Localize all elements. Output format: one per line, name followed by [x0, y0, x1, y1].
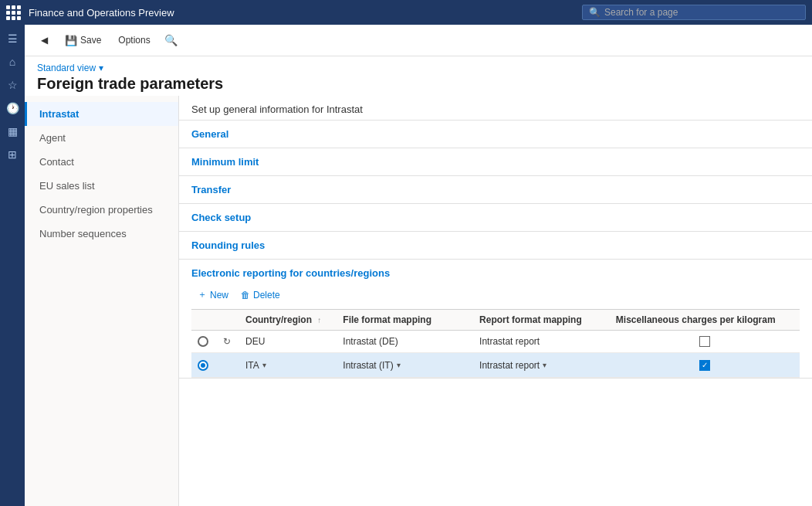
options-button[interactable]: Options: [111, 31, 157, 49]
cell-misc-ita[interactable]: ✓: [610, 353, 800, 378]
search-input[interactable]: [604, 7, 790, 18]
save-icon: 💾: [65, 35, 77, 46]
col-header-refresh: [215, 310, 239, 331]
chevron-down-icon: ▾: [99, 63, 103, 73]
app-grid-icon[interactable]: [6, 5, 21, 20]
toolbar-search-button[interactable]: 🔍: [161, 29, 182, 51]
section-general[interactable]: General: [179, 121, 812, 148]
row-radio-deu[interactable]: [198, 336, 208, 347]
table-toolbar: ＋ New 🗑 Delete: [191, 285, 800, 304]
section-transfer[interactable]: Transfer: [179, 176, 812, 204]
col-header-radio: [191, 310, 215, 331]
delete-button[interactable]: 🗑 Delete: [235, 287, 286, 304]
sidebar-item-number-sequences[interactable]: Number sequences: [25, 222, 178, 246]
standard-view-selector[interactable]: Standard view ▾: [37, 63, 800, 73]
col-header-misc: Miscellaneous charges per kilogram: [610, 310, 800, 331]
page-header: Standard view ▾ Foreign trade parameters: [25, 56, 812, 96]
country-dropdown-arrow[interactable]: ▾: [262, 361, 266, 369]
body-layout: Intrastat Agent Contact EU sales list Co…: [25, 96, 812, 506]
col-header-report: Report format mapping: [473, 310, 610, 331]
misc-checkbox-ita[interactable]: ✓: [699, 360, 710, 371]
refresh-icon-ita[interactable]: [221, 358, 233, 370]
page-title: Foreign trade parameters: [37, 75, 800, 93]
intrastat-subtitle: Set up general information for Intrastat: [191, 104, 363, 115]
modules-icon[interactable]: ⊞: [2, 144, 23, 165]
app-title: Finance and Operations Preview: [29, 7, 582, 19]
main-content: Set up general information for Intrastat…: [179, 96, 812, 506]
row-radio-ita[interactable]: [198, 360, 208, 371]
new-button[interactable]: ＋ New: [191, 285, 235, 304]
table-row[interactable]: ↻ DEU Intrastat (DE) Intrastat report: [191, 331, 800, 353]
icon-rail: ☰ ⌂ ☆ 🕐 ▦ ⊞: [0, 25, 25, 506]
app-layout: ☰ ⌂ ☆ 🕐 ▦ ⊞ ◀ 💾 Save Options 🔍: [0, 25, 812, 506]
home-icon[interactable]: ⌂: [2, 51, 23, 73]
report-dropdown-arrow[interactable]: ▾: [543, 361, 546, 369]
plus-icon: ＋: [198, 288, 207, 301]
refresh-icon-deu[interactable]: ↻: [221, 335, 233, 348]
content-area: ◀ 💾 Save Options 🔍 Standard view ▾ Forei…: [25, 25, 812, 506]
cell-report-ita[interactable]: Intrastat report ▾: [473, 353, 610, 378]
er-section: Electronic reporting for countries/regio…: [179, 260, 812, 379]
sidebar-item-intrastat[interactable]: Intrastat: [25, 102, 178, 126]
cell-misc-deu[interactable]: [610, 331, 800, 353]
left-nav: Intrastat Agent Contact EU sales list Co…: [25, 96, 179, 506]
global-search[interactable]: 🔍: [582, 5, 806, 20]
hamburger-menu-icon[interactable]: ☰: [2, 28, 23, 49]
section-minimum-limit[interactable]: Minimum limit: [179, 148, 812, 176]
misc-checkbox-deu[interactable]: [699, 336, 710, 347]
section-rounding-rules[interactable]: Rounding rules: [179, 232, 812, 260]
er-title: Electronic reporting for countries/regio…: [191, 267, 800, 279]
sidebar-item-country-region[interactable]: Country/region properties: [25, 198, 178, 222]
search-icon: 🔍: [589, 7, 601, 18]
cell-file-ita[interactable]: Intrastat (IT) ▾: [337, 353, 473, 378]
sidebar-item-contact[interactable]: Contact: [25, 150, 178, 174]
table-row[interactable]: ITA ▾ Intrastat (IT) ▾: [191, 353, 800, 378]
back-icon: ◀: [41, 35, 48, 46]
cell-report-deu[interactable]: Intrastat report: [473, 331, 610, 353]
cell-country-deu[interactable]: DEU: [239, 331, 337, 353]
col-header-file: File format mapping: [337, 310, 473, 331]
save-button[interactable]: 💾 Save: [58, 31, 108, 50]
cell-file-deu[interactable]: Intrastat (DE): [337, 331, 473, 353]
sidebar-item-agent[interactable]: Agent: [25, 126, 178, 150]
workspaces-icon[interactable]: ▦: [2, 121, 23, 142]
file-dropdown-arrow[interactable]: ▾: [397, 361, 401, 369]
sidebar-item-eu-sales[interactable]: EU sales list: [25, 174, 178, 198]
page-toolbar: ◀ 💾 Save Options 🔍: [25, 25, 812, 56]
col-header-country[interactable]: Country/region ↑: [239, 310, 337, 331]
search-icon: 🔍: [164, 34, 178, 46]
sort-icon: ↑: [317, 316, 321, 324]
section-check-setup[interactable]: Check setup: [179, 204, 812, 232]
trash-icon: 🗑: [241, 290, 250, 301]
er-table: Country/region ↑ File format mapping Rep…: [191, 309, 800, 378]
favorites-icon[interactable]: ☆: [2, 74, 23, 96]
top-bar: Finance and Operations Preview 🔍: [0, 0, 812, 25]
cell-country-ita[interactable]: ITA ▾: [239, 353, 337, 378]
recent-icon[interactable]: 🕐: [2, 97, 23, 119]
back-button[interactable]: ◀: [34, 31, 55, 49]
